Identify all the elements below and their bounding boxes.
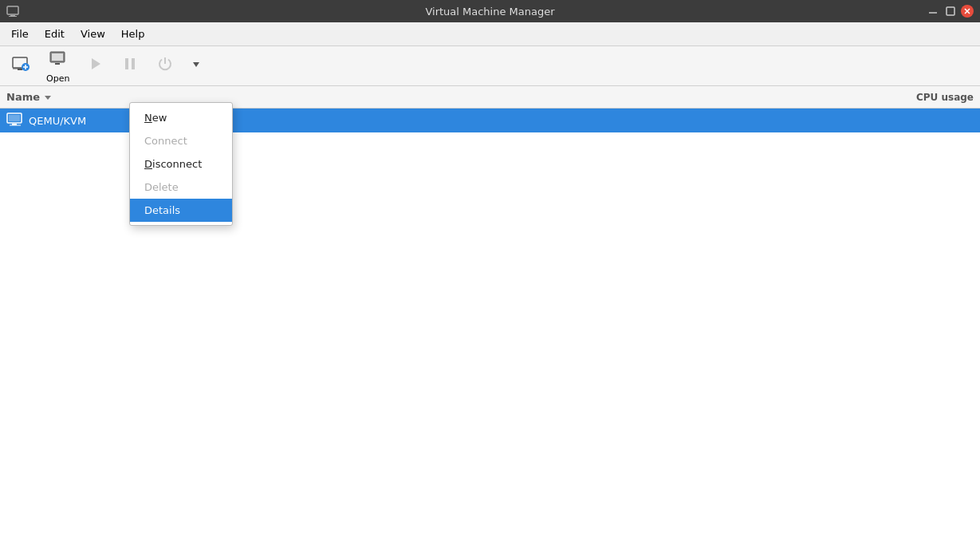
power-icon <box>155 54 175 77</box>
vm-row-icon <box>6 113 24 129</box>
delete-menu-label: Delete <box>144 181 179 193</box>
menu-view[interactable]: View <box>73 25 113 43</box>
maximize-button[interactable] <box>943 4 958 18</box>
window-controls <box>926 4 974 18</box>
app-logo <box>6 5 19 18</box>
name-column-header: Name <box>6 91 878 103</box>
sort-icon <box>43 93 53 102</box>
open-label: Open <box>46 73 69 84</box>
svg-rect-18 <box>132 58 135 69</box>
window-title: Virtual Machine Manager <box>425 6 554 18</box>
minimize-button[interactable] <box>926 4 940 18</box>
details-menu-label: Details <box>144 204 180 216</box>
dropdown-arrow-icon <box>191 59 202 73</box>
context-menu-connect: Connect <box>130 129 232 152</box>
new-vm-toolbar-button[interactable] <box>5 51 37 81</box>
context-menu-new[interactable]: New <box>130 106 232 129</box>
toolbar: Open <box>0 46 980 86</box>
vm-row-name: QEMU/KVM <box>29 115 86 127</box>
menu-help[interactable]: Help <box>113 25 153 43</box>
svg-rect-4 <box>947 7 954 15</box>
open-toolbar-button[interactable]: Open <box>40 45 76 87</box>
context-menu-details[interactable]: Details <box>130 199 232 222</box>
pause-toolbar-button <box>114 51 146 81</box>
menubar: File Edit View Help <box>0 22 980 46</box>
connect-menu-label: Connect <box>144 135 187 147</box>
menu-edit[interactable]: Edit <box>37 25 73 43</box>
run-toolbar-button <box>79 51 111 81</box>
context-menu-disconnect[interactable]: Disconnect <box>130 152 232 176</box>
svg-rect-22 <box>9 115 20 121</box>
svg-rect-2 <box>9 16 17 17</box>
pause-icon <box>120 54 140 77</box>
disconnect-menu-label: Disconnect <box>144 158 202 170</box>
svg-rect-14 <box>52 53 63 61</box>
svg-marker-19 <box>193 62 199 67</box>
svg-rect-15 <box>55 63 60 65</box>
svg-rect-17 <box>125 58 128 69</box>
context-menu: New Connect Disconnect Delete Details <box>129 102 233 226</box>
cpu-column-header: CPU usage <box>878 92 974 103</box>
new-vm-icon <box>11 54 30 77</box>
svg-rect-0 <box>7 6 18 14</box>
context-menu-delete: Delete <box>130 176 232 199</box>
titlebar: Virtual Machine Manager <box>0 0 980 22</box>
svg-marker-16 <box>92 58 100 69</box>
open-icon <box>49 49 68 72</box>
more-dropdown-button[interactable] <box>184 56 208 76</box>
menu-file[interactable]: File <box>3 25 37 43</box>
close-button[interactable] <box>961 5 974 18</box>
new-menu-label: New <box>144 112 167 124</box>
power-toolbar-button <box>149 51 181 81</box>
svg-marker-20 <box>45 96 51 100</box>
run-icon <box>85 54 104 77</box>
